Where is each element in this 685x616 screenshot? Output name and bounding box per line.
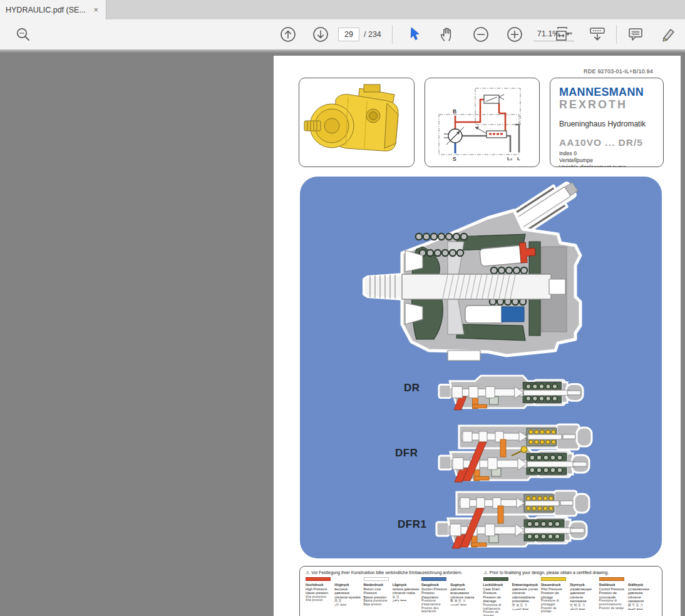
zoom-out-icon (472, 26, 490, 43)
legend-term: Ställtryck (628, 583, 655, 587)
legend-term: Saugdruck (421, 583, 448, 587)
page-total-label: / 234 (364, 30, 381, 39)
valve-diagram-dr (438, 369, 585, 414)
color-legend: ⚠Vor Festlegung Ihrer Konstruktion bitte… (299, 566, 662, 616)
legend-term: ciśnienie odprowadzania przecieków (512, 591, 539, 603)
comment-button[interactable] (622, 23, 649, 46)
legend-column: HochdruckHigh PressureHaute pressionAlta… (306, 577, 334, 616)
previous-page-button[interactable] (276, 23, 301, 46)
header-box-row: B S L₁ L MANNESMANN REXROTH Brueninghaus… (299, 78, 666, 167)
product-type-de: Verstellpumpe (559, 157, 657, 164)
legend-header-de: ⚠Vor Festlegung Ihrer Konstruktion bitte… (306, 570, 481, 575)
legend-term: Pressione di pilotaggio (541, 599, 568, 606)
port-label-s: S (453, 156, 456, 162)
tab-title: HYDRAULIC.pdf (SE... (6, 6, 86, 14)
warning-icon: ⚠ (483, 570, 487, 575)
legend-column: NiederdruckReturn Line PressureBasse pre… (364, 577, 393, 616)
tab-bar: HYDRAULIC.pdf (SE... × (0, 0, 685, 19)
document-pane[interactable]: RDE 92703-01-IL+B/10.94 (0, 53, 685, 616)
page-down-icon (312, 26, 329, 43)
legend-column: Dräneringstryckдавление утечкиciśnienie … (512, 577, 541, 616)
toolbar-divider (392, 25, 393, 44)
legend-swatch (541, 577, 566, 581)
legend-term: Pression d'aspiration (421, 591, 448, 599)
legend-term: Baja presion (364, 603, 391, 607)
document-tab[interactable]: HYDRAULIC.pdf (SE... × (0, 0, 106, 19)
find-button[interactable] (11, 24, 35, 45)
page-fit-icon (553, 26, 574, 43)
legend-term: Haute pression (306, 591, 332, 595)
zoom-out-button[interactable] (468, 23, 493, 46)
legend-term: Lecköldruck (483, 583, 510, 587)
brand-box: MANNESMANN REXROTH Brueninghaus Hydromat… (550, 78, 664, 167)
comment-icon (626, 26, 645, 43)
legend-term: установочное давление (628, 587, 655, 595)
legend-column: StelldruckControl PressurePression de co… (599, 577, 628, 616)
selection-tool-button[interactable] (403, 24, 426, 45)
port-label-l: L (517, 156, 520, 162)
legend-term: управляющее давление (570, 587, 597, 595)
legend-term: давление всасывания (450, 587, 477, 595)
legend-term: ciśnienie niskie (393, 591, 420, 595)
legend-term: Control Pressure (599, 587, 626, 592)
hydraulic-schematic: B S L₁ L (425, 78, 539, 167)
valve-label-dfr: DFR (395, 447, 418, 459)
zoom-in-icon (506, 26, 523, 43)
legend-column: Ställtryckустановочное давлениеciśnienie… (628, 577, 657, 616)
valve-label-dr: DR (404, 382, 420, 394)
toolbar: / 234 71.1% (0, 19, 685, 49)
tab-close-icon[interactable]: × (91, 4, 100, 15)
legend-term: Presion des aspiracion (421, 607, 448, 613)
valve-label-dfr1: DFR1 (398, 518, 426, 531)
zoom-in-button[interactable] (502, 23, 527, 46)
hand-tool-icon (438, 26, 456, 43)
legend-term: Presion de pilotaje (541, 607, 568, 613)
legend-column: SaugdruckSuction PressurePression d'aspi… (421, 577, 450, 616)
legend-term: ciśnienie sterowania (570, 595, 597, 603)
legend-column: Styrtryckуправляющее давлениеciśnienie s… (570, 577, 599, 616)
hand-tool-button[interactable] (435, 23, 460, 46)
legend-term: Stelldruck (599, 583, 626, 587)
product-type-en: Variable displacement pump (559, 164, 657, 167)
brand-subtitle: Brueninghaus Hydromatik (559, 120, 657, 128)
next-page-button[interactable] (308, 23, 333, 46)
pump-photo-box (299, 78, 415, 167)
legend-term: Pressione di posizionamento (599, 599, 626, 606)
legend-term: ciśnienie wysokie (334, 595, 361, 600)
highlight-button[interactable] (654, 23, 681, 46)
legend-term: ضغط السحب (450, 603, 477, 607)
product-index: Index 0 (559, 150, 657, 157)
legend-column: SteuerdruckPilot PressurePression de pil… (541, 577, 570, 616)
legend-term: Dräneringstryck (512, 583, 539, 587)
page-fit-button[interactable] (549, 23, 578, 46)
legend-term: ضغط التحكم (570, 607, 597, 611)
page-number-input[interactable] (338, 28, 359, 41)
legend-term: High Pressure (306, 587, 332, 592)
port-label-l1: L₁ (507, 156, 513, 162)
legend-term: Pression de pilotage (541, 591, 568, 599)
selection-tool-icon (407, 26, 422, 43)
legend-swatch (483, 577, 508, 581)
legend-term: Presion de drenaje (483, 610, 510, 616)
legend-term: Pression de commande (599, 591, 626, 599)
scroll-mode-button[interactable] (584, 23, 610, 46)
legend-column: Högtryckвысокое давлениеciśnienie wysoki… (334, 577, 363, 616)
brand-name-1: MANNESMANN (559, 86, 657, 99)
legend-swatch (306, 577, 331, 581)
legend-term: ضغط الضبط (628, 607, 655, 611)
legend-term: Alta presion (306, 598, 332, 602)
legend-term: Högtryck (334, 583, 361, 587)
legend-term: Hochdruck (306, 583, 332, 587)
legend-term: Steuerdruck (541, 583, 568, 587)
legend-term: Pressione di trafilamento (483, 603, 510, 610)
legend-term: Basse pression (364, 595, 391, 600)
legend-swatch (421, 577, 446, 581)
legend-term: Niederdruck (364, 583, 391, 587)
legend-term: Lågtryck (393, 583, 420, 587)
legend-swatch (599, 577, 624, 581)
legend-term: Presion de taraje (599, 607, 626, 610)
legend-column: Sugtryckдавление всасыванияciśnienie ssa… (450, 577, 479, 616)
schematic-box: B S L₁ L (425, 78, 540, 167)
page-up-icon (279, 26, 297, 43)
legend-column: LecköldruckCase Drain PressurePression d… (483, 577, 512, 616)
